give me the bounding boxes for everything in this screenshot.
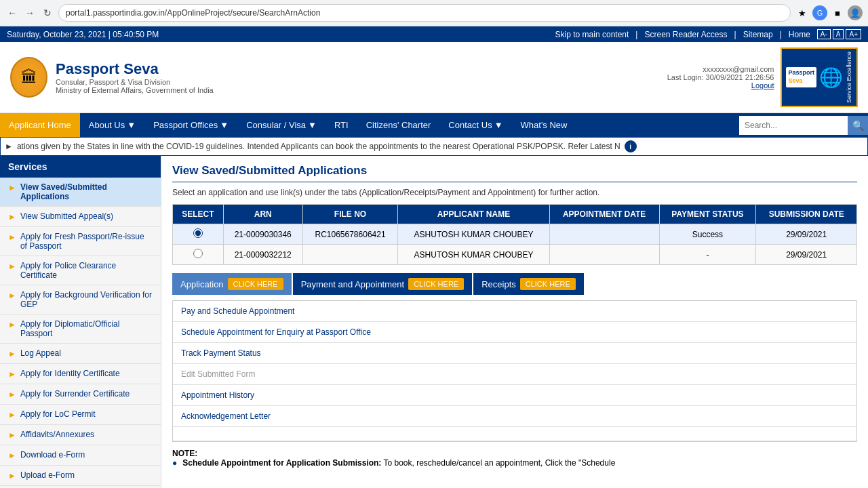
- row1-arn: 21-0009030346: [223, 224, 302, 245]
- nav-citizens-charter[interactable]: Citizens' Charter: [357, 113, 440, 137]
- consular-visa-arrow: ▼: [308, 120, 317, 130]
- action-spacer: [173, 427, 856, 441]
- logo-line2: Seva: [788, 77, 814, 85]
- user-icon[interactable]: 👤: [848, 5, 863, 20]
- sidebar-item-police-clearance[interactable]: ► Apply for Police Clearance Certificate: [0, 256, 161, 285]
- row1-applicant-name: ASHUTOSH KUMAR CHOUBEY: [398, 224, 550, 245]
- bullet-icon: ►: [8, 262, 16, 271]
- sidebar-item-identity-certificate[interactable]: ► Apply for Identity Certificate: [0, 364, 161, 384]
- col-file-no: FILE NO: [302, 205, 397, 224]
- application-click-here-btn[interactable]: CLICK HERE: [228, 278, 283, 290]
- action-edit-form: Edit Submitted Form: [173, 364, 856, 385]
- sidebar-item-view-appeal[interactable]: ► View Submitted Appeal(s): [0, 207, 161, 227]
- about-us-arrow: ▼: [127, 120, 136, 130]
- radio-row2[interactable]: [193, 249, 203, 258]
- bullet-icon: ►: [8, 349, 16, 359]
- table-row: 21-0009032212 ASHUTOSH KUMAR CHOUBEY - 2…: [173, 245, 857, 265]
- receipts-click-here-btn[interactable]: CLICK HERE: [520, 278, 576, 290]
- refresh-button[interactable]: ↻: [41, 6, 54, 20]
- sidebar-item-affidavits[interactable]: ► Affidavits/Annexures: [0, 425, 161, 445]
- nav-about-us[interactable]: About Us ▼: [80, 113, 144, 137]
- nav-whats-new[interactable]: What's New: [512, 113, 576, 137]
- action-list: Pay and Schedule Appointment Schedule Ap…: [172, 300, 857, 442]
- bullet-icon: ►: [8, 320, 16, 329]
- sidebar-item-view-saved[interactable]: ► View Saved/Submitted Applications: [0, 178, 161, 207]
- profile-icon[interactable]: G: [812, 5, 827, 20]
- extension-icon[interactable]: ■: [830, 5, 845, 20]
- row1-payment-status: Success: [659, 224, 756, 245]
- nav-rti[interactable]: RTI: [326, 113, 357, 137]
- action-appointment-history[interactable]: Appointment History: [173, 385, 856, 406]
- skip-link[interactable]: Skip to main content: [555, 30, 629, 39]
- header-right: xxxxxxxx@gmail.com Last Login: 30/09/202…: [667, 47, 858, 107]
- table-row: 21-0009030346 RC1065678606421 ASHUTOSH K…: [173, 224, 857, 245]
- row2-arn: 21-0009032212: [223, 245, 302, 265]
- nav-consular-visa[interactable]: Consular / Visa ▼: [237, 113, 326, 137]
- logo-tagline: Service Excellence: [846, 52, 852, 103]
- back-button[interactable]: ←: [5, 6, 19, 20]
- payment-click-here-btn[interactable]: CLICK HERE: [408, 278, 464, 290]
- address-bar[interactable]: [58, 4, 791, 22]
- row1-file-no: RC1065678606421: [302, 224, 397, 245]
- home-link[interactable]: Home: [789, 30, 810, 39]
- sidebar-item-loc-permit[interactable]: ► Apply for LoC Permit: [0, 405, 161, 425]
- page-title: View Saved/Submitted Applications: [172, 164, 857, 182]
- row2-applicant-name: ASHUTOSH KUMAR CHOUBEY: [398, 245, 550, 265]
- logout-link[interactable]: Logout: [751, 81, 774, 89]
- note-item: ● Schedule Appointment for Application S…: [172, 458, 857, 468]
- info-icon[interactable]: i: [625, 140, 637, 152]
- star-icon[interactable]: ★: [795, 5, 810, 20]
- search-button[interactable]: 🔍: [848, 116, 868, 135]
- sitemap-link[interactable]: Sitemap: [743, 30, 773, 39]
- radio-row1[interactable]: [193, 228, 203, 238]
- sidebar-item-upload-eform[interactable]: ► Upload e-Form: [0, 466, 161, 486]
- row1-select[interactable]: [173, 224, 224, 245]
- sidebar-item-fresh-passport[interactable]: ► Apply for Fresh Passport/Re-issue of P…: [0, 227, 161, 256]
- col-select: SELECT: [173, 205, 224, 224]
- font-increase-button[interactable]: A+: [846, 29, 861, 39]
- email-display: xxxxxxxx@gmail.com: [667, 65, 774, 73]
- bullet-icon: ●: [172, 458, 177, 468]
- nav-passport-offices[interactable]: Passport Offices ▼: [144, 113, 237, 137]
- col-applicant-name: APPLICANT NAME: [398, 205, 550, 224]
- tabs-section: Application CLICK HERE Payment and Appoi…: [172, 273, 857, 295]
- note-rest: To book, reschedule/cancel an appointmen…: [384, 458, 616, 468]
- globe-icon: 🌐: [819, 66, 843, 89]
- sidebar-item-surrender-certificate[interactable]: ► Apply for Surrender Certificate: [0, 384, 161, 405]
- col-arn: ARN: [223, 205, 302, 224]
- site-subtitle: Consular, Passport & Visa Division: [56, 78, 214, 86]
- tab-application[interactable]: Application CLICK HERE: [172, 273, 293, 295]
- bullet-icon: ►: [8, 390, 16, 399]
- tab-receipts[interactable]: Receipts CLICK HERE: [473, 273, 585, 295]
- sidebar-item-log-appeal[interactable]: ► Log Appeal: [0, 344, 161, 364]
- action-pay-schedule[interactable]: Pay and Schedule Appointment: [173, 301, 856, 322]
- nav-contact-us[interactable]: Contact Us ▼: [439, 113, 511, 137]
- row1-submission-date: 29/09/2021: [756, 224, 857, 245]
- applications-table: SELECT ARN FILE NO APPLICANT NAME APPOIN…: [172, 204, 857, 265]
- sidebar-item-diplomatic-passport[interactable]: ► Apply for Diplomatic/Official Passport: [0, 314, 161, 344]
- bullet-icon: ►: [8, 232, 16, 242]
- sidebar: Services ► View Saved/Submitted Applicat…: [0, 156, 161, 488]
- content-area: View Saved/Submitted Applications Select…: [161, 156, 868, 488]
- note-title: NOTE:: [172, 449, 197, 458]
- sidebar-item-download-eform[interactable]: ► Download e-Form: [0, 445, 161, 466]
- font-decrease-button[interactable]: A-: [817, 29, 831, 39]
- tab-payment-appointment[interactable]: Payment and Appointment CLICK HERE: [293, 273, 474, 295]
- note-bold: Schedule Appointment for Application Sub…: [182, 458, 381, 468]
- row2-payment-status: -: [659, 245, 756, 265]
- bullet-icon: ►: [8, 183, 16, 192]
- marquee-text: ations given by the States in line with …: [17, 142, 620, 151]
- font-controls: A- A A+: [817, 29, 861, 39]
- search-input[interactable]: [739, 116, 848, 135]
- forward-button[interactable]: →: [23, 6, 37, 20]
- action-track-payment[interactable]: Track Payment Status: [173, 343, 856, 364]
- screen-reader-link[interactable]: Screen Reader Access: [644, 30, 727, 39]
- nav-applicant-home[interactable]: Applicant Home: [0, 113, 80, 137]
- search-bar: 🔍: [739, 116, 868, 135]
- action-acknowledgement-letter[interactable]: Acknowledgement Letter: [173, 406, 856, 427]
- sidebar-item-background-verification[interactable]: ► Apply for Background Verification for …: [0, 285, 161, 314]
- row2-select[interactable]: [173, 245, 224, 265]
- font-normal-button[interactable]: A: [833, 29, 844, 39]
- action-schedule-enquiry[interactable]: Schedule Appointment for Enquiry at Pass…: [173, 322, 856, 343]
- top-bar: Saturday, October 23, 2021 | 05:40:50 PM…: [0, 26, 868, 42]
